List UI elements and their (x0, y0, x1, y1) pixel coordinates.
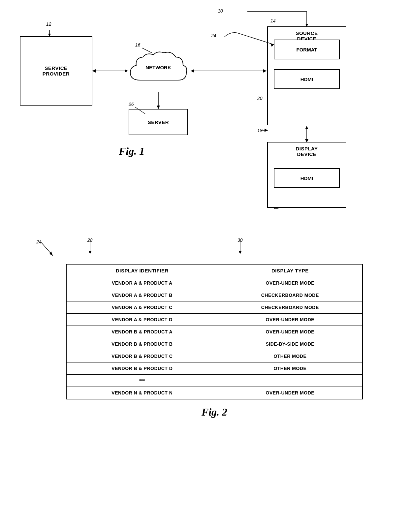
identifier-cell: VENDOR B & PRODUCT C (66, 350, 218, 362)
fig2-label: Fig. 2 (20, 406, 409, 418)
ref-26: 26 (129, 102, 134, 107)
col2-header: DISPLAY TYPE (218, 264, 362, 277)
format-box: FORMAT (274, 40, 340, 59)
type-cell: OTHER MODE (218, 350, 362, 362)
server-label: SERVER (148, 119, 169, 125)
svg-marker-20 (88, 251, 92, 254)
svg-marker-10 (157, 106, 160, 109)
table-row: VENDOR N & PRODUCT NOVER-UNDER MODE (66, 387, 362, 399)
identifier-cell: VENDOR N & PRODUCT N (66, 387, 218, 399)
table-row: VENDOR A & PRODUCT BCHECKERBOARD MODE (66, 289, 362, 301)
service-provider-label: SERVICE PROVIDER (43, 65, 70, 77)
ref-24-area: 24 28 30 (26, 237, 409, 264)
svg-marker-17 (265, 129, 268, 132)
ref-18: 18 (257, 128, 263, 133)
ref24-arrow (26, 237, 92, 261)
svg-text:NETWORK: NETWORK (145, 65, 171, 70)
svg-marker-19 (49, 251, 53, 256)
table-row: VENDOR B & PRODUCT AOVER-UNDER MODE (66, 326, 362, 338)
table-row: *** (66, 375, 362, 387)
table-section-container: 24 28 30 DISPLAY IDENTIFIER DISPLAY TYPE (0, 237, 409, 418)
identifier-cell: VENDOR A & PRODUCT C (66, 301, 218, 314)
identifier-cell: VENDOR A & PRODUCT A (66, 277, 218, 289)
server-box: SERVER (129, 109, 188, 135)
identifier-cell: VENDOR A & PRODUCT B (66, 289, 218, 301)
ref-12: 12 (46, 21, 51, 27)
service-provider-box: SERVICE PROVIDER (20, 36, 92, 106)
table-header-row: DISPLAY IDENTIFIER DISPLAY TYPE (66, 264, 362, 277)
display-identifier-table: DISPLAY IDENTIFIER DISPLAY TYPE VENDOR A… (66, 264, 363, 399)
table-row: VENDOR B & PRODUCT DOTHER MODE (66, 362, 362, 375)
table-row: VENDOR A & PRODUCT DOVER-UNDER MODE (66, 314, 362, 326)
type-cell: CHECKERBOARD MODE (218, 289, 362, 301)
table-row: VENDOR B & PRODUCT COTHER MODE (66, 350, 362, 362)
hdmi-source-box: HDMI (274, 69, 340, 89)
ref28-arrow (87, 241, 103, 261)
ref-24-top: 24 (211, 33, 216, 38)
ref30-arrow (237, 241, 253, 261)
diagram-section: 12 10 14 16 18 20 22 24 26 SERVICE PROVI… (0, 0, 409, 237)
type-cell: CHECKERBOARD MODE (218, 301, 362, 314)
identifier-cell: VENDOR B & PRODUCT A (66, 326, 218, 338)
table-row: VENDOR B & PRODUCT BSIDE-BY-SIDE MODE (66, 338, 362, 350)
data-table-wrapper: DISPLAY IDENTIFIER DISPLAY TYPE VENDOR A… (66, 264, 363, 399)
svg-marker-21 (238, 251, 242, 254)
type-cell: OVER-UNDER MODE (218, 277, 362, 289)
hdmi-display-box: HDMI (274, 168, 340, 188)
display-device-label: DISPLAY DEVICE (268, 146, 346, 157)
format-label: FORMAT (296, 47, 317, 52)
ref-14: 14 (270, 18, 276, 23)
svg-marker-7 (191, 69, 194, 73)
type-cell: OVER-UNDER MODE (218, 387, 362, 399)
identifier-cell: VENDOR B & PRODUCT D (66, 362, 218, 375)
network-cloud: NETWORK (127, 49, 190, 92)
identifier-cell: *** (66, 375, 218, 387)
fig1-label: Fig. 1 (119, 145, 144, 157)
svg-marker-8 (263, 69, 267, 73)
hdmi-display-label: HDMI (300, 175, 313, 181)
table-row: VENDOR A & PRODUCT AOVER-UNDER MODE (66, 277, 362, 289)
ref-16: 16 (135, 42, 141, 47)
hdmi-source-label: HDMI (300, 77, 313, 82)
table-row: VENDOR A & PRODUCT CCHECKERBOARD MODE (66, 301, 362, 314)
col1-header: DISPLAY IDENTIFIER (66, 264, 218, 277)
type-cell: OTHER MODE (218, 362, 362, 375)
ref-10: 10 (218, 8, 223, 14)
type-cell (218, 375, 362, 387)
identifier-cell: VENDOR B & PRODUCT B (66, 338, 218, 350)
identifier-cell: VENDOR A & PRODUCT D (66, 314, 218, 326)
ref-20: 20 (257, 96, 263, 101)
svg-marker-5 (92, 69, 96, 73)
svg-marker-14 (305, 126, 308, 129)
type-cell: SIDE-BY-SIDE MODE (218, 338, 362, 350)
type-cell: OVER-UNDER MODE (218, 314, 362, 326)
type-cell: OVER-UNDER MODE (218, 326, 362, 338)
table-body: VENDOR A & PRODUCT AOVER-UNDER MODEVENDO… (66, 277, 362, 399)
